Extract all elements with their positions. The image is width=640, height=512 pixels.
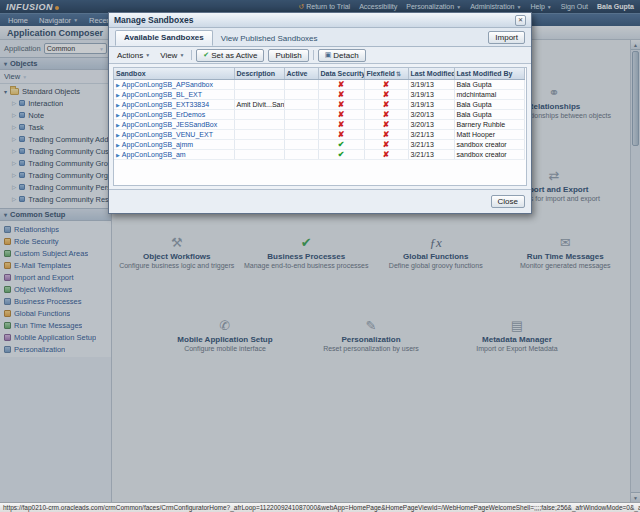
sandbox-active-cell bbox=[284, 109, 318, 119]
row-expand-icon[interactable]: ▶ bbox=[116, 132, 120, 138]
last-modified-cell: 3/21/13 bbox=[408, 129, 454, 139]
last-modified-cell: 3/20/13 bbox=[408, 109, 454, 119]
data-security-mark-icon: ✔ bbox=[338, 140, 345, 149]
caret-down-icon: ▼ bbox=[145, 52, 150, 58]
column-header-label: Last Modified By bbox=[457, 70, 513, 77]
sandbox-row[interactable]: ▶AppConLongSB_BL_EXT ✘ ✘ 3/19/13 mdchint… bbox=[114, 89, 524, 99]
column-header-label: Description bbox=[237, 70, 276, 77]
view-menu[interactable]: View ▼ bbox=[157, 50, 187, 61]
row-expand-icon[interactable]: ▶ bbox=[116, 112, 120, 118]
data-security-mark-icon: ✘ bbox=[338, 90, 345, 99]
sandbox-row[interactable]: ▶AppConLongSB_ErDemos ✘ ✘ 3/20/13 Bala G… bbox=[114, 109, 524, 119]
dialog-title: Manage Sandboxes bbox=[114, 15, 193, 25]
column-header[interactable]: Flexfield⇅ bbox=[364, 68, 408, 79]
sandbox-description bbox=[234, 139, 284, 149]
sandbox-row[interactable]: ▶AppConLongSB_APSandbox ✘ ✘ 3/19/13 Bala… bbox=[114, 79, 524, 89]
import-button[interactable]: Import bbox=[488, 31, 525, 44]
column-header[interactable]: Last Modified By bbox=[454, 68, 524, 79]
column-header[interactable]: Last Modified bbox=[408, 68, 454, 79]
column-header-label: Active bbox=[287, 70, 308, 77]
sandbox-name-link[interactable]: AppConLongSB_VENU_EXT bbox=[122, 131, 213, 138]
column-header-label: Flexfield bbox=[367, 70, 395, 77]
column-header-label: Last Modified bbox=[411, 70, 455, 77]
caret-down-icon: ▼ bbox=[179, 52, 184, 58]
last-modified-cell: 3/21/13 bbox=[408, 139, 454, 149]
last-modified-by-cell: mdchintamal bbox=[454, 89, 524, 99]
sandbox-name-link[interactable]: AppConLongSB_EXT33834 bbox=[122, 101, 209, 108]
sandbox-active-cell bbox=[284, 149, 318, 159]
sandbox-row[interactable]: ▶AppConLongSB_JESSandBox ✘ ✘ 3/20/13 Bar… bbox=[114, 119, 524, 129]
row-expand-icon[interactable]: ▶ bbox=[116, 122, 120, 128]
data-security-mark-icon: ✘ bbox=[338, 120, 345, 129]
sandbox-name-link[interactable]: AppConLongSB_APSandbox bbox=[122, 81, 213, 88]
last-modified-cell: 3/20/13 bbox=[408, 119, 454, 129]
column-header-label: Data Security bbox=[321, 70, 365, 77]
toolbar-separator bbox=[191, 50, 192, 60]
sandbox-active-cell bbox=[284, 79, 318, 89]
sandbox-description bbox=[234, 149, 284, 159]
column-header[interactable]: Description bbox=[234, 68, 284, 79]
last-modified-by-cell: Bala Gupta bbox=[454, 109, 524, 119]
sandbox-row[interactable]: ▶AppConLongSB_am ✔ ✘ 3/21/13 sandbox cre… bbox=[114, 149, 524, 159]
column-header[interactable]: Sandbox bbox=[114, 68, 234, 79]
flexfield-mark-icon: ✘ bbox=[383, 140, 390, 149]
manage-sandboxes-dialog: Manage Sandboxes ✕ Available Sandboxes V… bbox=[108, 12, 532, 214]
detach-icon: ▣ bbox=[325, 51, 332, 59]
column-header[interactable]: Active bbox=[284, 68, 318, 79]
flexfield-mark-icon: ✘ bbox=[383, 90, 390, 99]
set-active-icon: ✔ bbox=[203, 51, 209, 59]
row-expand-icon[interactable]: ▶ bbox=[116, 82, 120, 88]
set-as-active-button[interactable]: ✔ Set as Active bbox=[196, 49, 264, 62]
sandbox-description bbox=[234, 89, 284, 99]
sandbox-active-cell bbox=[284, 99, 318, 109]
sort-icon[interactable]: ⇅ bbox=[396, 71, 401, 77]
last-modified-by-cell: Bala Gupta bbox=[454, 79, 524, 89]
table-header-row: Sandbox Description Active Data Security bbox=[114, 68, 524, 79]
sandbox-name-link[interactable]: AppConLongSB_JESSandBox bbox=[122, 121, 217, 128]
sandbox-name-link[interactable]: AppConLongSB_ajmm bbox=[122, 141, 193, 148]
data-security-mark-icon: ✘ bbox=[338, 100, 345, 109]
column-header[interactable]: Data Security bbox=[318, 68, 364, 79]
actions-menu-label: Actions bbox=[117, 51, 143, 60]
sandbox-description bbox=[234, 79, 284, 89]
data-security-mark-icon: ✘ bbox=[338, 80, 345, 89]
sandbox-row[interactable]: ▶AppConLongSB_VENU_EXT ✘ ✘ 3/21/13 Matt … bbox=[114, 129, 524, 139]
row-expand-icon[interactable]: ▶ bbox=[116, 152, 120, 158]
view-menu-label: View bbox=[160, 51, 177, 60]
last-modified-by-cell: Matt Hooper bbox=[454, 129, 524, 139]
sandbox-description bbox=[234, 109, 284, 119]
sandbox-row[interactable]: ▶AppConLongSB_EXT33834 Amit Divit...Sand… bbox=[114, 99, 524, 109]
last-modified-cell: 3/19/13 bbox=[408, 89, 454, 99]
tab-view-published-sandboxes[interactable]: View Published Sandboxes bbox=[213, 32, 326, 46]
flexfield-mark-icon: ✘ bbox=[383, 130, 390, 139]
flexfield-mark-icon: ✘ bbox=[383, 100, 390, 109]
detach-label: Detach bbox=[333, 51, 358, 60]
last-modified-cell: 3/21/13 bbox=[408, 149, 454, 159]
column-header-label: Sandbox bbox=[116, 70, 146, 77]
flexfield-mark-icon: ✘ bbox=[383, 80, 390, 89]
close-icon[interactable]: ✕ bbox=[515, 15, 526, 26]
actions-menu[interactable]: Actions ▼ bbox=[114, 50, 153, 61]
sandbox-name-link[interactable]: AppConLongSB_BL_EXT bbox=[122, 91, 202, 98]
row-expand-icon[interactable]: ▶ bbox=[116, 102, 120, 108]
detach-button[interactable]: ▣ Detach bbox=[318, 49, 366, 62]
last-modified-by-cell: Barnery Ruhble bbox=[454, 119, 524, 129]
dialog-footer: Close bbox=[109, 189, 531, 213]
toolbar-separator bbox=[313, 50, 314, 60]
publish-button[interactable]: Publish bbox=[268, 49, 308, 62]
sandbox-active-cell bbox=[284, 129, 318, 139]
sandbox-name-link[interactable]: AppConLongSB_ErDemos bbox=[122, 111, 205, 118]
row-expand-icon[interactable]: ▶ bbox=[116, 92, 120, 98]
dialog-tabs: Available Sandboxes View Published Sandb… bbox=[109, 28, 531, 47]
row-expand-icon[interactable]: ▶ bbox=[116, 142, 120, 148]
tab-available-sandboxes[interactable]: Available Sandboxes bbox=[115, 30, 213, 46]
sandbox-row[interactable]: ▶AppConLongSB_ajmm ✔ ✘ 3/21/13 sandbox c… bbox=[114, 139, 524, 149]
last-modified-cell: 3/19/13 bbox=[408, 99, 454, 109]
sandbox-active-cell bbox=[284, 89, 318, 99]
last-modified-by-cell: Bala Gupta bbox=[454, 99, 524, 109]
dialog-titlebar: Manage Sandboxes ✕ bbox=[109, 13, 531, 28]
set-as-active-label: Set as Active bbox=[211, 51, 257, 60]
sandbox-name-link[interactable]: AppConLongSB_am bbox=[122, 151, 186, 158]
last-modified-by-cell: sandbox creator bbox=[454, 139, 524, 149]
close-button[interactable]: Close bbox=[491, 195, 525, 208]
